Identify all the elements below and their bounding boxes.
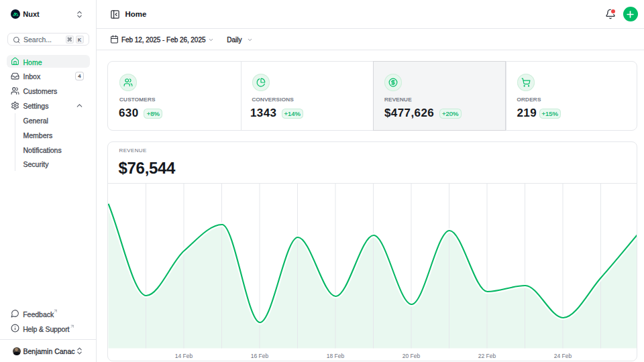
svg-text:18 Feb: 18 Feb xyxy=(327,353,345,359)
svg-text:24 Feb: 24 Feb xyxy=(554,353,572,359)
svg-text:20 Feb: 20 Feb xyxy=(402,353,421,359)
svg-text:22 Feb: 22 Feb xyxy=(478,353,496,359)
svg-text:16 Feb: 16 Feb xyxy=(251,353,269,359)
svg-text:14 Feb: 14 Feb xyxy=(175,353,193,359)
